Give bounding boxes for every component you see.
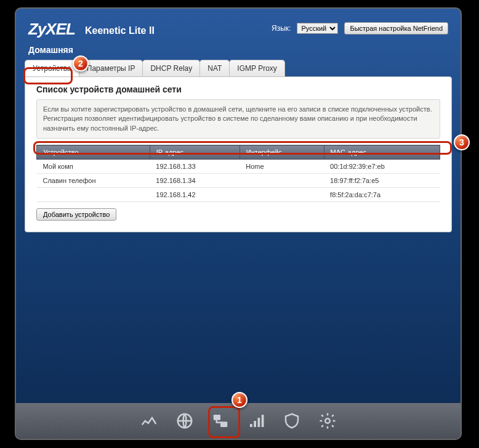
svg-point-7 (325, 418, 330, 423)
cell-device: Мой комп (37, 160, 150, 174)
language-label: Язык: (272, 24, 291, 33)
col-ip: IP-адрес (150, 145, 240, 160)
section-title: Домашняя (16, 43, 461, 60)
svg-rect-4 (254, 421, 256, 427)
logo: ZyXEL (28, 20, 75, 39)
add-device-button[interactable]: Добавить устройство (36, 208, 116, 221)
bottom-iconbar (16, 403, 461, 439)
network-icon[interactable] (207, 408, 233, 434)
svg-rect-5 (258, 418, 260, 427)
cell-ip: 192.168.1.33 (150, 160, 240, 174)
cell-ip: 192.168.1.42 (150, 188, 240, 202)
header: ZyXEL Keenetic Lite II Язык: Русский Быс… (16, 9, 461, 43)
panel-title: Список устройств домашней сети (36, 84, 440, 94)
table-header-row: Устройство IP-адрес Интерфейс MAC-адрес (37, 145, 440, 160)
col-device: Устройство (37, 145, 150, 160)
col-mac: MAC-адрес (324, 145, 440, 160)
netfriend-button[interactable]: Быстрая настройка NetFriend (344, 22, 448, 35)
cell-device (37, 188, 150, 202)
wifi-signal-icon[interactable] (243, 408, 269, 434)
table-row[interactable]: Славин телефон 192.168.1.34 18:97:ff:f2:… (37, 174, 440, 188)
main-panel: Список устройств домашней сети Если вы х… (25, 76, 452, 232)
globe-icon[interactable] (172, 408, 198, 434)
router-admin-window: ZyXEL Keenetic Lite II Язык: Русский Быс… (15, 7, 462, 440)
monitor-icon[interactable] (136, 408, 162, 434)
cell-device: Славин телефон (37, 174, 150, 188)
svg-rect-1 (214, 415, 220, 420)
panel-info: Если вы хотите зарегистрировать устройст… (36, 99, 440, 139)
cell-ip: 192.168.1.34 (150, 174, 240, 188)
tab-nat[interactable]: NAT (199, 60, 230, 76)
cell-mac: 00:1d:92:39:e7:eb (324, 160, 440, 174)
tab-bar: Устройства Параметры IP DHCP Relay NAT I… (16, 60, 461, 76)
tab-ip-params[interactable]: Параметры IP (79, 60, 143, 76)
language-select[interactable]: Русский (297, 23, 338, 34)
table-row[interactable]: Мой комп 192.168.1.33 Home 00:1d:92:39:e… (37, 160, 440, 174)
brand-area: ZyXEL Keenetic Lite II (28, 20, 155, 39)
cell-mac: 18:97:ff:f2:7a:e5 (324, 174, 440, 188)
tab-igmp-proxy[interactable]: IGMP Proxy (229, 60, 284, 76)
col-interface: Интерфейс (240, 145, 324, 160)
svg-rect-3 (250, 424, 252, 427)
shield-icon[interactable] (279, 408, 305, 434)
cell-iface: Home (240, 160, 324, 174)
gear-icon[interactable] (315, 408, 340, 434)
tab-devices[interactable]: Устройства (25, 60, 79, 76)
cell-iface (240, 188, 324, 202)
model-name: Keenetic Lite II (85, 23, 155, 36)
cell-iface (240, 174, 324, 188)
svg-rect-6 (262, 415, 264, 427)
header-right: Язык: Русский Быстрая настройка NetFrien… (272, 22, 448, 35)
tab-dhcp-relay[interactable]: DHCP Relay (142, 60, 200, 76)
table-row[interactable]: 192.168.1.42 f8:5f:2a:da:c7:7a (37, 188, 440, 202)
cell-mac: f8:5f:2a:da:c7:7a (324, 188, 440, 202)
device-table: Устройство IP-адрес Интерфейс MAC-адрес … (36, 145, 440, 202)
